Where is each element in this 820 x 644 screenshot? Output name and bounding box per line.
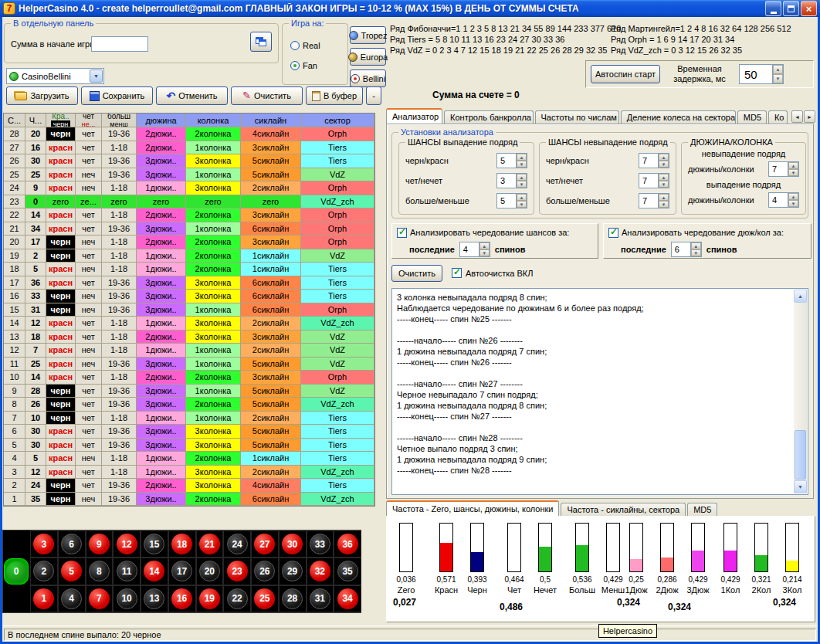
- analysis-log[interactable]: 3 колонка невыпадала подряд 8 спин; Набл…: [391, 288, 808, 495]
- hit-streak-spinner[interactable]: 4▲▼: [768, 192, 799, 208]
- spin-edit[interactable]: 7▲▼: [639, 173, 669, 188]
- board-number-24[interactable]: 24: [227, 534, 248, 554]
- scroll-thumb[interactable]: [795, 430, 806, 480]
- start-sum-input[interactable]: [91, 36, 148, 52]
- spin-up-icon[interactable]: ▲: [517, 194, 527, 201]
- spin-down-icon[interactable]: ▼: [659, 201, 669, 208]
- miss-streak-spinner[interactable]: 7▲▼: [768, 161, 799, 177]
- spin-down-icon[interactable]: ▼: [691, 249, 701, 256]
- undo-button[interactable]: ↶Отменить: [156, 86, 228, 105]
- spin-up-icon[interactable]: ▲: [659, 174, 669, 181]
- tab-bankroll-control[interactable]: Контроль банкролла: [444, 110, 533, 124]
- board-number-22[interactable]: 22: [227, 588, 248, 609]
- board-number-8[interactable]: 8: [89, 561, 110, 581]
- spin-down-icon[interactable]: ▼: [788, 200, 798, 207]
- alt-dozens-spinner[interactable]: 6▲▼: [671, 242, 702, 257]
- spin-down-icon[interactable]: ▼: [479, 249, 490, 256]
- alt-dozens-checkbox[interactable]: ✓: [608, 228, 618, 238]
- spin-up-icon[interactable]: ▲: [517, 154, 527, 161]
- spin-down-icon[interactable]: ▼: [788, 169, 798, 176]
- spin-edit[interactable]: 7▲▼: [639, 193, 669, 208]
- board-number-17[interactable]: 17: [171, 561, 192, 581]
- board-number-6[interactable]: 6: [61, 534, 82, 554]
- casino-combobox[interactable]: CasinoBellini ▼: [6, 68, 104, 84]
- tab-scroll-left-button[interactable]: ◄: [791, 110, 803, 123]
- board-number-30[interactable]: 30: [282, 534, 303, 554]
- collapse-button[interactable]: -: [366, 86, 381, 105]
- board-number-26[interactable]: 26: [254, 561, 275, 581]
- board-number-16[interactable]: 16: [171, 588, 192, 609]
- spin-edit[interactable]: 4▲▼: [768, 192, 799, 208]
- delay-spinner[interactable]: 50 ▲▼: [739, 64, 784, 84]
- board-number-32[interactable]: 32: [310, 561, 330, 581]
- radio-fan[interactable]: Fan: [290, 61, 317, 70]
- close-button[interactable]: ×: [801, 1, 817, 16]
- spin-up-icon[interactable]: ▲: [659, 154, 669, 161]
- tab-more[interactable]: Ко: [768, 110, 788, 124]
- spin-down-icon[interactable]: ▼: [773, 74, 783, 83]
- board-number-11[interactable]: 11: [117, 561, 137, 581]
- autoclean-checkbox[interactable]: ✓Автоочистка ВКЛ: [452, 268, 533, 278]
- combo-dropdown-arrow-icon[interactable]: ▼: [90, 69, 103, 83]
- board-number-9[interactable]: 9: [89, 534, 110, 554]
- log-scrollbar[interactable]: ▲ ▼: [794, 290, 807, 493]
- clean-button[interactable]: ✎Очистить: [231, 86, 303, 105]
- board-number-25[interactable]: 25: [254, 588, 275, 609]
- board-number-29[interactable]: 29: [282, 561, 303, 581]
- tab-analyzer[interactable]: Анализатор: [386, 108, 442, 124]
- board-number-0[interactable]: 0: [4, 558, 29, 585]
- spin-up-icon[interactable]: ▲: [788, 193, 798, 200]
- board-number-36[interactable]: 36: [337, 534, 358, 554]
- spin-down-icon[interactable]: ▼: [517, 181, 527, 188]
- tropez-button[interactable]: Tropez: [350, 26, 386, 44]
- spin-up-icon[interactable]: ▲: [773, 65, 783, 74]
- radio-real[interactable]: Real: [290, 41, 320, 50]
- board-number-23[interactable]: 23: [227, 561, 248, 581]
- spin-edit[interactable]: 6▲▼: [671, 242, 702, 257]
- board-number-2[interactable]: 2: [33, 561, 54, 581]
- board-number-15[interactable]: 15: [144, 534, 164, 554]
- board-number-10[interactable]: 10: [117, 588, 137, 609]
- title-bar[interactable]: 7 HelperCasino 4.0 - create helperroulle…: [0, 0, 820, 17]
- alt-chances-checkbox[interactable]: ✓: [397, 228, 407, 238]
- spin-up-icon[interactable]: ▲: [659, 194, 669, 201]
- spin-edit[interactable]: 3▲▼: [496, 173, 527, 188]
- spin-up-icon[interactable]: ▲: [517, 174, 527, 181]
- board-number-4[interactable]: 4: [61, 588, 82, 609]
- spin-edit[interactable]: 7▲▼: [768, 161, 799, 177]
- spin-edit[interactable]: 7▲▼: [639, 153, 669, 168]
- board-number-28[interactable]: 28: [282, 588, 303, 609]
- europa-button[interactable]: Europa: [350, 48, 386, 66]
- board-number-27[interactable]: 27: [254, 534, 275, 554]
- copy-buffer-button[interactable]: В буфер: [306, 86, 363, 105]
- scroll-up-icon[interactable]: ▲: [794, 290, 807, 303]
- save-button[interactable]: Сохранить: [81, 86, 153, 105]
- clear-log-button[interactable]: Очистить: [391, 265, 442, 282]
- maximize-button[interactable]: [783, 1, 799, 16]
- board-number-13[interactable]: 13: [144, 588, 164, 609]
- board-number-3[interactable]: 3: [33, 534, 54, 554]
- spin-down-icon[interactable]: ▼: [517, 161, 527, 168]
- autospin-start-button[interactable]: Автоспин старт: [591, 65, 660, 83]
- board-number-1[interactable]: 1: [33, 588, 54, 609]
- load-button[interactable]: Загрузить: [6, 86, 78, 105]
- spin-up-icon[interactable]: ▲: [479, 242, 490, 249]
- spin-edit[interactable]: 4▲▼: [459, 242, 490, 257]
- spin-down-icon[interactable]: ▼: [659, 161, 669, 168]
- tab-number-frequencies[interactable]: Частоты по числам: [535, 110, 619, 124]
- tab-freq-sectors[interactable]: Частота - сиклайны, сектора: [561, 503, 686, 517]
- tab-freq-main[interactable]: Частота - Zero, шансы, дюжины, колонки: [386, 500, 559, 517]
- tab-scroll-right-button[interactable]: ►: [804, 110, 815, 123]
- board-number-33[interactable]: 33: [310, 534, 330, 554]
- board-number-21[interactable]: 21: [199, 534, 220, 554]
- tab-md5[interactable]: MD5: [737, 110, 767, 124]
- tab-freq-md5[interactable]: MD5: [687, 503, 717, 517]
- board-number-7[interactable]: 7: [89, 588, 110, 609]
- detach-panel-button[interactable]: [250, 32, 272, 52]
- tab-wheel-sectors[interactable]: Деление колеса на сектора: [621, 110, 736, 124]
- board-number-34[interactable]: 34: [337, 588, 358, 609]
- board-number-5[interactable]: 5: [61, 561, 82, 581]
- board-number-14[interactable]: 14: [144, 561, 164, 581]
- spin-edit[interactable]: 5▲▼: [496, 153, 527, 168]
- scroll-down-icon[interactable]: ▼: [794, 480, 807, 493]
